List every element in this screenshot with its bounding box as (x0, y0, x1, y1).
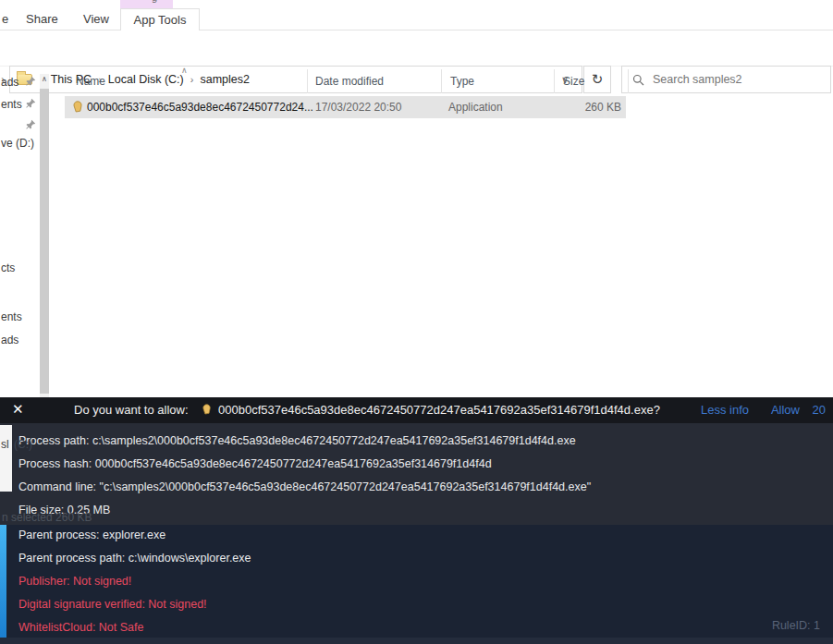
search-input[interactable]: Search samples2 (621, 66, 831, 93)
parent-process-line: Parent process: explorer.exe (18, 529, 165, 541)
column-header-type[interactable]: Type (442, 69, 555, 93)
search-placeholder: Search samples2 (653, 73, 742, 86)
less-info-link[interactable]: Less info (701, 403, 749, 417)
prompt-question-label: Do you want to allow: (74, 403, 189, 417)
rule-id-label: RuleID: 1 (772, 619, 820, 632)
file-date-modified: 17/03/2022 20:50 (315, 101, 401, 114)
close-icon[interactable]: ✕ (12, 401, 24, 418)
security-prompt-header: ✕ Do you want to allow: 000b0cf537e46c5a… (0, 397, 833, 423)
accent-strip (0, 525, 6, 638)
sidebar-item-3d-objects[interactable]: cts (1, 261, 15, 274)
sidebar-item-downloads-2[interactable]: ads (1, 334, 18, 346)
file-name: 000b0cf537e46c5a93de8ec4672450772d24... (87, 101, 313, 114)
sidebar-item-documents[interactable]: ents (1, 98, 22, 111)
search-icon (632, 74, 644, 86)
file-type: Application (448, 101, 503, 114)
tab-app-tools[interactable]: App Tools (120, 8, 200, 31)
local-disk-ghost: (C:) (14, 438, 32, 451)
pin-icon (26, 98, 36, 108)
tab-share[interactable]: Share (20, 8, 64, 30)
security-prompt-parent-info: Parent process: explorer.exe Parent proc… (0, 525, 833, 638)
application-file-icon (72, 101, 83, 113)
statusbar-ghost-fragment: n selected 260 KB (2, 511, 92, 524)
sidebar-scrollbar[interactable]: ∧ (40, 74, 49, 397)
process-hash-line: Process hash: 000b0cf537e46c5a93de8ec467… (18, 457, 492, 470)
allow-link[interactable]: Allow (771, 403, 800, 417)
sidebar-item-drive-d[interactable]: ve (D:) (1, 137, 34, 150)
sidebar-item-downloads[interactable]: ads (1, 76, 18, 89)
pin-icon (26, 76, 36, 86)
tab-view[interactable]: View (78, 8, 115, 30)
prompt-file-name: 000b0cf537e46c5a93de8ec4672450772d247ea5… (218, 403, 660, 417)
scrollbar-thumb[interactable] (40, 89, 49, 394)
manage-label-fragment: g (152, 0, 157, 3)
column-header-date-modified[interactable]: Date modified (308, 69, 442, 93)
application-file-icon (202, 404, 212, 415)
table-row[interactable]: 000b0cf537e46c5a93de8ec4672450772d24... … (65, 96, 626, 118)
address-toolbar: › › This PC › Local Disk (C:) › samples2… (0, 30, 833, 67)
pin-icon (26, 119, 36, 129)
local-disk-fragment: sl (1, 438, 9, 451)
whitelistcloud-warning-line: WhitelistCloud: Not Safe (18, 621, 143, 634)
process-path-line: Process path: c:\samples2\000b0cf537e46c… (18, 434, 576, 447)
scroll-up-icon[interactable]: ∧ (40, 75, 49, 83)
sidebar-item-documents-2[interactable]: ents (1, 310, 22, 323)
command-line-line: Command line: "c:\samples2\000b0cf537e46… (18, 480, 591, 493)
tab-home-fragment[interactable]: e (0, 8, 14, 30)
signature-warning-line: Digital signature verified: Not signed! (18, 598, 207, 611)
countdown-timer: 20 (813, 403, 826, 417)
ribbon-tab-row: e Share View g App Tools (0, 0, 833, 30)
dialog-footer-strip (0, 638, 833, 644)
contextual-tab-group-manage: g (120, 0, 173, 8)
parent-process-path-line: Parent process path: c:\windows\explorer… (18, 552, 251, 565)
column-header-name[interactable]: Name (65, 69, 308, 93)
security-prompt-details: Process path: c:\samples2\000b0cf537e46c… (0, 423, 833, 525)
publisher-warning-line: Publisher: Not signed! (18, 575, 131, 588)
sidebar-remnant: sl (0, 425, 12, 492)
column-header-size[interactable]: Size (555, 69, 629, 93)
file-size: 260 KB (555, 101, 621, 114)
